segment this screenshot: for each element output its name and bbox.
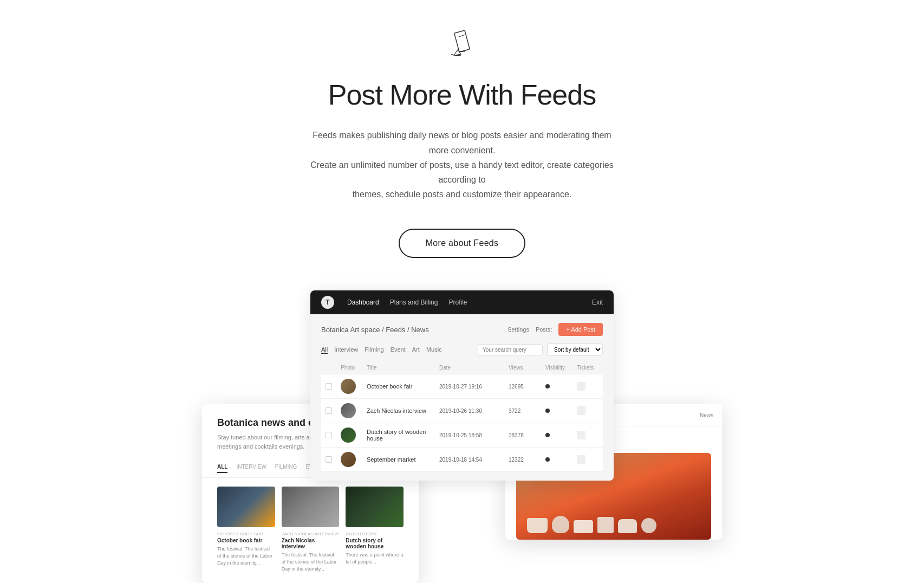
admin-content: Botanica Art space / Feeds / News Settin…: [310, 314, 614, 481]
filter-row: All Interview Filming Event Art Music So…: [321, 344, 603, 356]
breadcrumb-actions: Settings Posts: + Add Post: [507, 323, 603, 336]
filter-tab-filming[interactable]: Filming: [365, 346, 383, 354]
row-title: September market: [367, 456, 435, 463]
hero-section: Post More With Feeds Feeds makes publish…: [294, 0, 630, 290]
frontend-card[interactable]: DUTCH STORY Dutch story of wooden house …: [346, 487, 404, 572]
nav-profile[interactable]: Profile: [448, 299, 467, 306]
card-category: OCTOBER BOOK FAIR: [217, 532, 275, 536]
card-description: There was a point where a lot of people.…: [346, 552, 404, 565]
breadcrumb: Botanica Art space / Feeds / News: [321, 326, 429, 334]
filter-tabs: All Interview Filming Event Art Music: [321, 346, 442, 354]
card-title: October book fair: [217, 537, 275, 543]
filter-right: Sort by default: [478, 344, 603, 356]
frontend-card[interactable]: OCTOBER BOOK FAIR October book fair The …: [217, 487, 275, 572]
card-description: The festival. The festival of the storie…: [217, 546, 275, 566]
filter-tab-art[interactable]: Art: [412, 346, 420, 354]
card-image: [346, 487, 404, 527]
row-checkbox[interactable]: [326, 456, 332, 463]
frontend-card[interactable]: ZACH NICOLAS INTERVIEW Zach Nicolas inte…: [282, 487, 340, 572]
row-checkbox[interactable]: [326, 432, 332, 438]
row-title: Dutch story of wooden house: [367, 429, 435, 442]
frontend-cards: OCTOBER BOOK FAIR October book fair The …: [202, 478, 419, 583]
breadcrumb-row: Botanica Art space / Feeds / News Settin…: [321, 323, 603, 336]
row-views: 3722: [509, 408, 541, 414]
table-row[interactable]: Zach Nicolas interview 2019-10-26 11:30 …: [321, 399, 603, 423]
svg-line-2: [459, 35, 465, 37]
more-about-feeds-button[interactable]: More about Feeds: [399, 229, 526, 258]
row-avatar: [341, 379, 356, 394]
row-action[interactable]: [577, 406, 585, 415]
svg-rect-1: [454, 30, 470, 52]
card-image: [282, 487, 340, 527]
row-views: 12695: [509, 384, 541, 390]
row-date: 2019-10-25 18:58: [439, 432, 504, 438]
settings-link[interactable]: Settings: [507, 326, 529, 333]
card-category: ZACH NICOLAS INTERVIEW: [282, 532, 340, 536]
row-date: 2019-10-27 19:16: [439, 384, 504, 390]
screenshots-section: T Dashboard Plans and Billing Profile Ex…: [137, 290, 787, 540]
row-title: October book fair: [367, 383, 435, 390]
nav-dashboard[interactable]: Dashboard: [347, 299, 379, 306]
section-label: News: [700, 412, 713, 418]
nav-plans[interactable]: Plans and Billing: [390, 299, 438, 306]
row-action[interactable]: [577, 431, 585, 439]
add-post-button[interactable]: + Add Post: [558, 323, 603, 336]
table-row[interactable]: Dutch story of wooden house 2019-10-25 1…: [321, 423, 603, 448]
filter-tab-all[interactable]: All: [321, 346, 328, 354]
row-avatar: [341, 427, 356, 443]
pen-icon: [446, 22, 478, 62]
table-row[interactable]: September market 2019-10-18 14:54 12322: [321, 448, 603, 472]
admin-topbar: T Dashboard Plans and Billing Profile Ex…: [310, 290, 614, 314]
row-action[interactable]: [577, 382, 585, 391]
card-category: DUTCH STORY: [346, 532, 404, 536]
card-title: Dutch story of wooden house: [346, 537, 404, 549]
sort-select[interactable]: Sort by default: [547, 344, 603, 356]
visibility-indicator: [545, 384, 550, 388]
visibility-indicator: [545, 409, 550, 413]
card-image: [217, 487, 275, 527]
filter-tab-interview[interactable]: Interview: [334, 346, 358, 354]
row-checkbox[interactable]: [326, 383, 332, 390]
row-views: 38378: [509, 432, 541, 438]
table-header: Photo Title Date Views Visibility Ticket…: [321, 361, 603, 374]
card-description: The festival. The festival of the storie…: [282, 552, 340, 572]
filter-tab-event[interactable]: Event: [391, 346, 406, 354]
row-views: 12322: [509, 457, 541, 463]
filter-tab-music[interactable]: Music: [426, 346, 442, 354]
page-title: Post More With Feeds: [328, 78, 596, 112]
frontend-tab-filming[interactable]: FILMING: [275, 464, 297, 473]
visibility-indicator: [545, 457, 550, 462]
row-date: 2019-10-18 14:54: [439, 457, 504, 463]
row-avatar: [341, 452, 356, 467]
topbar-logo: T: [321, 296, 334, 309]
row-checkbox[interactable]: [326, 407, 332, 414]
card-title: Zach Nicolas interview: [282, 537, 340, 549]
row-avatar: [341, 403, 356, 418]
exit-button[interactable]: Exit: [592, 299, 603, 306]
frontend-tab-all[interactable]: ALL: [217, 464, 227, 473]
frontend-tab-interview[interactable]: INTERVIEW: [236, 464, 266, 473]
table-row[interactable]: October book fair 2019-10-27 19:16 12695: [321, 374, 603, 399]
hero-description: Feeds makes publishing daily news or blo…: [305, 128, 619, 202]
posts-label: Posts:: [536, 326, 552, 333]
admin-screenshot: T Dashboard Plans and Billing Profile Ex…: [310, 290, 614, 481]
visibility-indicator: [545, 433, 550, 437]
topbar-nav: Dashboard Plans and Billing Profile: [347, 299, 467, 306]
row-date: 2019-10-26 11:30: [439, 408, 504, 414]
search-input[interactable]: [478, 344, 543, 355]
row-title: Zach Nicolas interview: [367, 407, 435, 414]
row-action[interactable]: [577, 455, 585, 464]
posts-table: Photo Title Date Views Visibility Ticket…: [321, 361, 603, 472]
